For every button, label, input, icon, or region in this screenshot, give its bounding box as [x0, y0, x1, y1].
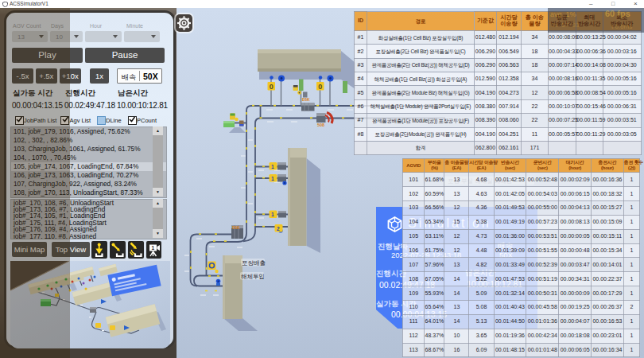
svg-text:해체투입: 해체투입	[241, 273, 265, 280]
svg-text:2: 2	[277, 226, 280, 232]
svg-text:E6K: E6K	[232, 225, 240, 230]
svg-text:포장배출: 포장배출	[242, 259, 266, 267]
svg-text:1: 1	[271, 176, 274, 181]
svg-text:E6K: E6K	[302, 97, 310, 102]
svg-text:1: 1	[271, 212, 274, 217]
svg-text:1: 1	[151, 245, 154, 251]
svg-text:1: 1	[271, 164, 274, 169]
svg-text:508: 508	[317, 123, 324, 127]
svg-text:0: 0	[318, 83, 322, 91]
svg-text:0: 0	[270, 83, 274, 91]
